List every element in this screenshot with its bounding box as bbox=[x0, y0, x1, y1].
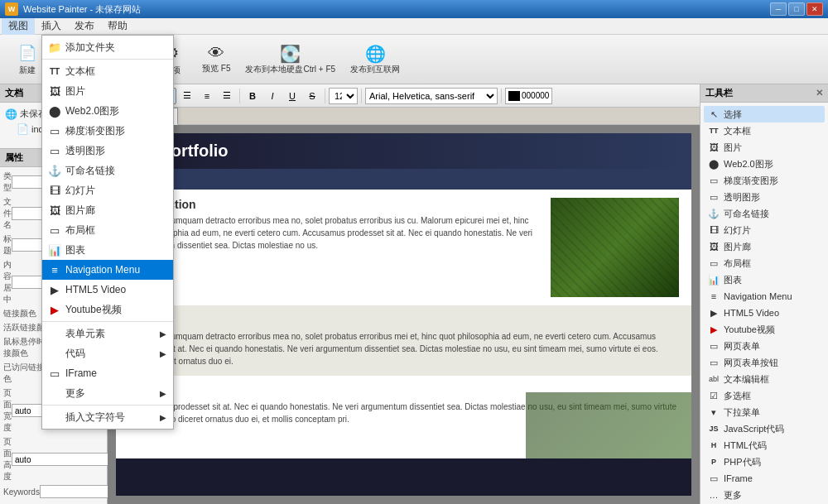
toolbox-header: 工具栏 ✕ bbox=[700, 84, 828, 103]
maximize-button[interactable]: □ bbox=[788, 2, 805, 16]
tool-gallery[interactable]: 🖼 图片廊 bbox=[704, 238, 825, 255]
section-intro-body: em ipsum numquam detracto erroribus mea … bbox=[128, 214, 542, 252]
font-size-select[interactable]: 12 bbox=[329, 88, 358, 104]
insert-code[interactable]: 代码 ▶ bbox=[42, 343, 173, 363]
font-family-select[interactable]: Arial, Helvetica, sans-serif bbox=[365, 88, 498, 104]
publish-web-button[interactable]: 🌐 发布到互联网 bbox=[344, 38, 406, 81]
web-canvas: My Portfolio Introduction em ipsum numqu… bbox=[116, 133, 691, 496]
font-color-value: 000000 bbox=[522, 91, 549, 100]
site-icon: 🌐 bbox=[5, 108, 17, 120]
insert-symbol[interactable]: 插入文字符号 ▶ bbox=[42, 407, 173, 427]
insert-html5video[interactable]: ▶ HTML5 Video bbox=[42, 280, 173, 300]
italic-button[interactable]: I bbox=[263, 88, 282, 104]
tool-html5video[interactable]: ▶ HTML5 Video bbox=[704, 305, 825, 321]
js-icon: JS bbox=[707, 422, 720, 435]
tool-webform-btn[interactable]: ▭ 网页表单按钮 bbox=[704, 354, 825, 371]
tool-checkbox[interactable]: ☑ 多选框 bbox=[704, 387, 825, 404]
tool-transparent[interactable]: ▭ 透明图形 bbox=[704, 189, 825, 205]
align-right-button[interactable]: ≡ bbox=[198, 88, 216, 104]
symbol-menu-icon bbox=[47, 410, 62, 425]
insert-transparent[interactable]: ▭ 透明图形 bbox=[42, 141, 173, 161]
underline-button[interactable]: U bbox=[283, 88, 301, 104]
insert-textbox[interactable]: TT 文本框 bbox=[42, 61, 173, 81]
insert-navmenu[interactable]: ≡ Navigation Menu bbox=[42, 260, 173, 280]
insert-form-elements[interactable]: 表单元素 ▶ bbox=[42, 324, 173, 343]
dropdown-sep-2 bbox=[42, 321, 173, 322]
checkbox-icon: ☑ bbox=[707, 389, 720, 402]
toolbox-close-icon[interactable]: ✕ bbox=[816, 88, 823, 98]
tool-textarea[interactable]: abl 文本编辑框 bbox=[704, 371, 825, 387]
tool-php[interactable]: P PHP代码 bbox=[704, 454, 825, 470]
publish-local-button[interactable]: 💽 发布到本地硬盘Ctrl + F5 bbox=[239, 38, 341, 81]
tool-textbox[interactable]: TT 文本框 bbox=[704, 122, 825, 139]
image-menu-icon: 🖼 bbox=[47, 84, 62, 98]
navmenu-icon: ≡ bbox=[707, 290, 720, 303]
tool-select[interactable]: ↖ 选择 bbox=[704, 106, 825, 122]
tool-gradient[interactable]: ▭ 梯度渐变图形 bbox=[704, 172, 825, 189]
tool-iframe[interactable]: ▭ IFrame bbox=[704, 470, 825, 487]
layout-menu-icon: ▭ bbox=[47, 223, 62, 238]
insert-iframe[interactable]: ▭ IFrame bbox=[42, 363, 173, 383]
insert-web20[interactable]: ⬤ Web2.0图形 bbox=[42, 101, 173, 121]
strikethrough-button[interactable]: S bbox=[303, 88, 321, 104]
youtube-icon: ▶ bbox=[707, 323, 720, 336]
menu-view[interactable]: 视图 bbox=[2, 18, 35, 35]
form-arrow-icon: ▶ bbox=[153, 329, 166, 338]
section-intro-title: Introduction bbox=[128, 198, 542, 211]
page-icon: 📄 bbox=[17, 123, 29, 135]
bold-button[interactable]: B bbox=[243, 88, 262, 104]
folder-icon: 📁 bbox=[47, 40, 62, 55]
menu-insert[interactable]: 插入 bbox=[35, 18, 68, 35]
menu-help[interactable]: 帮助 bbox=[101, 18, 134, 35]
tool-html[interactable]: H HTML代码 bbox=[704, 437, 825, 454]
publish-web-icon: 🌐 bbox=[365, 44, 386, 64]
tool-slideshow[interactable]: 🎞 幻灯片 bbox=[704, 222, 825, 238]
tool-image[interactable]: 🖼 图片 bbox=[704, 139, 825, 156]
close-button[interactable]: ✕ bbox=[806, 2, 823, 16]
insert-gradient[interactable]: ▭ 梯度渐变图形 bbox=[42, 121, 173, 141]
slideshow-icon: 🎞 bbox=[707, 223, 720, 237]
align-justify-button[interactable]: ☰ bbox=[218, 88, 236, 104]
tool-webform[interactable]: ▭ 网页表单 bbox=[704, 338, 825, 354]
tool-chart[interactable]: 📊 图表 bbox=[704, 271, 825, 288]
tool-dropdown[interactable]: ▾ 下拉菜单 bbox=[704, 404, 825, 420]
fmt-sep-2 bbox=[239, 89, 240, 103]
tool-youtube[interactable]: ▶ Youtube视频 bbox=[704, 321, 825, 338]
section-ore-title: ore bbox=[128, 314, 679, 327]
tool-navmenu[interactable]: ≡ Navigation Menu bbox=[704, 288, 825, 305]
menu-bar: 视图 插入 发布 帮助 bbox=[0, 18, 828, 35]
prop-page-height-label: 页面高度 bbox=[3, 436, 12, 482]
preview-button[interactable]: 👁 预览 F5 bbox=[196, 38, 236, 81]
select-icon: ↖ bbox=[707, 108, 720, 121]
section-ore-body: em ipsum numquam detracto erroribus mea … bbox=[128, 330, 679, 367]
insert-add-folder[interactable]: 📁 添加文件夹 bbox=[42, 37, 173, 57]
tool-layout[interactable]: ▭ 布局框 bbox=[704, 255, 825, 271]
insert-chart[interactable]: 📊 图表 bbox=[42, 240, 173, 260]
tool-anchor[interactable]: ⚓ 可命名链接 bbox=[704, 205, 825, 222]
html5video-menu-icon: ▶ bbox=[47, 282, 62, 297]
app-icon: W bbox=[5, 2, 18, 16]
preview-icon: 👁 bbox=[208, 44, 224, 63]
insert-more[interactable]: 更多 ▶ bbox=[42, 383, 173, 403]
chart-menu-icon: 📊 bbox=[47, 242, 62, 257]
font-color-box bbox=[508, 91, 520, 101]
insert-anchor[interactable]: ⚓ 可命名链接 bbox=[42, 161, 173, 180]
font-color-button[interactable]: 000000 bbox=[505, 88, 552, 104]
prop-page-height-row: 页面高度 bbox=[3, 436, 104, 482]
tool-more[interactable]: … 更多 bbox=[704, 487, 825, 503]
tool-js[interactable]: JS JavaScript代码 bbox=[704, 420, 825, 437]
prop-page-height-input[interactable] bbox=[12, 453, 123, 466]
transparent-icon: ▭ bbox=[707, 190, 720, 204]
insert-youtube[interactable]: ▶ Youtube视频 bbox=[42, 300, 173, 319]
right-panel: 工具栏 ✕ ↖ 选择 TT 文本框 🖼 图片 ⬤ Web2.0图形 ▭ 梯度渐变 bbox=[700, 84, 828, 504]
tool-web20[interactable]: ⬤ Web2.0图形 bbox=[704, 156, 825, 172]
gallery-icon: 🖼 bbox=[707, 240, 720, 253]
canvas-section-further: Further Accusamus prodesset sit at. Nec … bbox=[116, 376, 691, 458]
insert-slideshow[interactable]: 🎞 幻灯片 bbox=[42, 180, 173, 200]
insert-layout[interactable]: ▭ 布局框 bbox=[42, 220, 173, 240]
align-center-button[interactable]: ☰ bbox=[178, 88, 196, 104]
minimize-button[interactable]: ─ bbox=[770, 2, 787, 16]
menu-publish[interactable]: 发布 bbox=[68, 18, 101, 35]
insert-gallery[interactable]: 🖼 图片廊 bbox=[42, 200, 173, 220]
insert-image[interactable]: 🖼 图片 bbox=[42, 81, 173, 101]
